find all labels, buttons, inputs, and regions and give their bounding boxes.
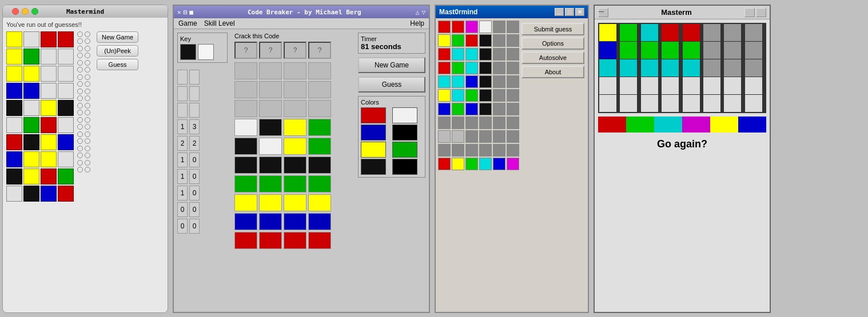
w4-cell[interactable] (662, 24, 679, 41)
crack-cell[interactable] (308, 213, 331, 230)
w3-cell[interactable] (465, 89, 478, 102)
options-button[interactable]: Options (521, 37, 584, 50)
color-green[interactable] (392, 142, 417, 158)
cell[interactable] (23, 134, 39, 150)
w3-cell[interactable] (452, 144, 464, 157)
w3-cell[interactable] (479, 21, 492, 33)
w3-cell[interactable] (493, 144, 505, 157)
w4-cell[interactable] (745, 95, 762, 112)
w3-cell[interactable] (479, 89, 492, 102)
cbar-magenta[interactable] (682, 117, 710, 133)
w3-cell[interactable] (452, 21, 464, 33)
w3-cell[interactable] (438, 34, 451, 47)
crack-cell[interactable] (259, 100, 282, 117)
w3-cell[interactable] (507, 103, 519, 115)
cell[interactable] (23, 49, 39, 65)
w3-cell[interactable] (493, 75, 505, 88)
w3-cell[interactable] (452, 89, 464, 102)
w3-cell-yellow[interactable] (452, 158, 464, 170)
cell[interactable] (23, 100, 39, 116)
crack-cell[interactable] (234, 232, 257, 249)
w4-cell[interactable] (620, 24, 637, 41)
w4-cell[interactable] (620, 42, 637, 59)
cell[interactable] (41, 66, 57, 82)
w3-cell[interactable] (438, 62, 451, 74)
win2-maximize[interactable]: ■ (189, 9, 193, 16)
w3-cell[interactable] (452, 117, 464, 129)
crack-cell[interactable] (259, 213, 282, 230)
new-game-button-2[interactable]: New Game (358, 57, 425, 73)
crack-cell[interactable] (259, 138, 282, 155)
crack-cell[interactable] (234, 157, 257, 174)
w3-cell[interactable] (465, 103, 478, 115)
menu-help[interactable]: Help (410, 19, 424, 27)
w3-cell[interactable] (438, 89, 451, 102)
w3-cell[interactable] (493, 130, 505, 143)
color-black[interactable] (392, 125, 417, 141)
cell[interactable] (58, 134, 74, 150)
win2-menu-icon[interactable]: △ (416, 9, 420, 16)
cell[interactable] (58, 117, 74, 133)
crack-cell[interactable] (259, 232, 282, 249)
crack-cell[interactable] (259, 157, 282, 174)
crack-cell[interactable] (234, 194, 257, 211)
w3-cell[interactable] (438, 21, 451, 33)
w4-cell[interactable] (683, 42, 700, 59)
cbar-red[interactable] (598, 117, 626, 133)
cell[interactable] (58, 83, 74, 99)
w3-cell[interactable] (479, 117, 492, 129)
w4-cell[interactable] (641, 59, 658, 77)
w4-cell[interactable] (683, 24, 700, 41)
crack-cell[interactable] (308, 62, 331, 79)
cell[interactable] (6, 168, 22, 184)
cell[interactable] (6, 186, 22, 202)
guess-button[interactable]: Guess (97, 59, 138, 70)
cell[interactable] (41, 31, 57, 47)
w3-cell[interactable] (465, 34, 478, 47)
w4-cell[interactable] (599, 42, 616, 59)
win3-minimize-btn[interactable]: _ (555, 8, 564, 16)
w3-cell[interactable] (438, 130, 451, 143)
unpeek-button[interactable]: (Un)Peek (97, 45, 138, 57)
about-button[interactable]: About (521, 66, 584, 78)
cell[interactable] (6, 66, 22, 82)
w3-cell[interactable] (452, 34, 464, 47)
crack-cell[interactable] (234, 138, 257, 155)
w3-cell[interactable] (438, 75, 451, 88)
color-blue[interactable] (361, 125, 386, 141)
cell[interactable] (23, 151, 39, 167)
cell[interactable] (6, 49, 22, 65)
w3-cell-green[interactable] (465, 158, 478, 170)
menu-game[interactable]: Game (178, 19, 197, 27)
w3-cell[interactable] (438, 144, 451, 157)
crack-cell[interactable] (308, 119, 331, 136)
crack-cell[interactable] (284, 175, 306, 192)
w3-cell[interactable] (507, 117, 519, 129)
w4-cell[interactable] (599, 59, 616, 77)
crack-cell[interactable] (259, 62, 282, 79)
crack-cell[interactable] (284, 194, 306, 211)
w4-cell[interactable] (703, 59, 720, 77)
w3-cell[interactable] (479, 103, 492, 115)
cell[interactable] (6, 31, 22, 47)
w3-cell[interactable] (493, 21, 505, 33)
crack-cell[interactable] (284, 232, 306, 249)
w3-cell[interactable] (479, 34, 492, 47)
w3-cell[interactable] (438, 117, 451, 129)
w4-cell[interactable] (599, 77, 616, 94)
w3-cell-blue[interactable] (493, 158, 505, 170)
color-yellow[interactable] (361, 142, 386, 158)
w3-cell[interactable] (452, 130, 464, 143)
w3-cell[interactable] (438, 48, 451, 61)
w4-cell[interactable] (703, 95, 720, 112)
w3-cell-red[interactable] (438, 158, 451, 170)
w3-cell[interactable] (438, 103, 451, 115)
win3-maximize-btn[interactable]: □ (565, 8, 574, 16)
w4-cell[interactable] (703, 77, 720, 94)
crack-cell[interactable] (259, 81, 282, 98)
crack-cell[interactable] (308, 81, 331, 98)
w4-cell[interactable] (641, 42, 658, 59)
cell[interactable] (6, 151, 22, 167)
w3-cell[interactable] (507, 75, 519, 88)
cbar-cyan[interactable] (654, 117, 682, 133)
